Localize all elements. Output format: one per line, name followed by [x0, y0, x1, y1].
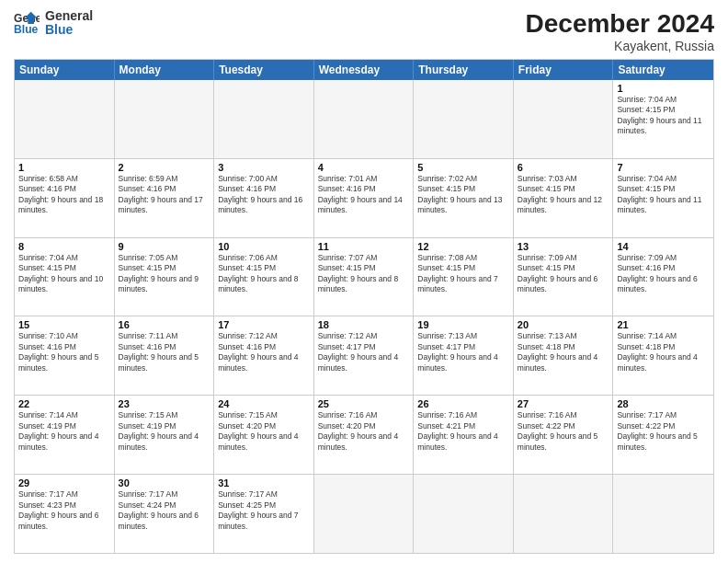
calendar-cell: 10 Sunrise: 7:06 AMSunset: 4:15 PMDaylig…	[214, 238, 314, 316]
page: General Blue General Blue December 2024 …	[0, 0, 728, 563]
day-number: 1	[18, 162, 110, 173]
day-number: 26	[417, 398, 509, 409]
calendar-cell: 2 Sunrise: 6:59 AMSunset: 4:16 PMDayligh…	[115, 159, 215, 237]
header-monday: Monday	[115, 60, 215, 80]
calendar-cell: 7 Sunrise: 7:04 AMSunset: 4:15 PMDayligh…	[613, 159, 713, 237]
cell-details: Sunrise: 7:10 AMSunset: 4:16 PMDaylight:…	[18, 331, 98, 372]
day-number: 16	[119, 319, 210, 330]
header-wednesday: Wednesday	[314, 60, 415, 80]
calendar-cell: 25 Sunrise: 7:16 AMSunset: 4:20 PMDaylig…	[314, 396, 415, 474]
cell-details: Sunrise: 7:00 AMSunset: 4:16 PMDaylight:…	[218, 174, 302, 214]
title-block: December 2024 Kayakent, Russia	[526, 9, 714, 53]
header-thursday: Thursday	[414, 60, 514, 80]
cell-details: Sunrise: 7:15 AMSunset: 4:19 PMDaylight:…	[119, 410, 199, 451]
day-number: 2	[119, 162, 210, 173]
day-number: 8	[18, 241, 110, 252]
day-number: 30	[119, 477, 210, 488]
cell-details: Sunrise: 7:16 AMSunset: 4:20 PMDaylight:…	[318, 410, 398, 451]
day-number: 14	[617, 241, 710, 252]
calendar-week-2: 8 Sunrise: 7:04 AMSunset: 4:15 PMDayligh…	[15, 237, 713, 316]
cell-details: Sunrise: 6:58 AMSunset: 4:16 PMDaylight:…	[18, 174, 103, 214]
cell-details: Sunrise: 7:02 AMSunset: 4:15 PMDaylight:…	[417, 174, 502, 214]
cell-details: Sunrise: 7:12 AMSunset: 4:17 PMDaylight:…	[318, 331, 398, 372]
cell-details: Sunrise: 7:17 AMSunset: 4:23 PMDaylight:…	[18, 489, 98, 530]
cell-details: Sunrise: 7:17 AMSunset: 4:25 PMDaylight:…	[218, 489, 298, 530]
cell-details: Sunrise: 7:06 AMSunset: 4:15 PMDaylight:…	[218, 253, 298, 293]
day-number: 13	[518, 241, 609, 252]
header-tuesday: Tuesday	[214, 60, 314, 80]
day-number: 25	[318, 398, 410, 409]
calendar-cell	[115, 80, 215, 158]
day-number: 5	[417, 162, 509, 173]
day-number: 27	[518, 398, 609, 409]
cell-details: Sunrise: 7:03 AMSunset: 4:15 PMDaylight:…	[518, 174, 602, 214]
day-number: 20	[518, 319, 609, 330]
day-number: 10	[218, 241, 310, 252]
day-number: 15	[18, 319, 110, 330]
cell-details: Sunrise: 7:09 AMSunset: 4:16 PMDaylight:…	[617, 253, 697, 293]
calendar-cell: 13 Sunrise: 7:09 AMSunset: 4:15 PMDaylig…	[514, 238, 614, 316]
header-saturday: Saturday	[613, 60, 713, 80]
logo: General Blue General Blue	[14, 9, 93, 38]
calendar-cell	[414, 80, 514, 158]
calendar-cell	[514, 475, 614, 553]
calendar-cell: 30 Sunrise: 7:17 AMSunset: 4:24 PMDaylig…	[115, 475, 215, 553]
cell-details: Sunrise: 7:15 AMSunset: 4:20 PMDaylight:…	[218, 410, 298, 451]
day-number: 28	[617, 398, 710, 409]
calendar-cell	[414, 475, 514, 553]
header-friday: Friday	[514, 60, 614, 80]
logo-icon: General Blue	[14, 10, 40, 36]
calendar-cell	[214, 80, 314, 158]
month-title: December 2024	[526, 9, 714, 39]
cell-details: Sunrise: 7:17 AMSunset: 4:22 PMDaylight:…	[617, 410, 697, 451]
calendar-cell: 1 Sunrise: 6:58 AMSunset: 4:16 PMDayligh…	[15, 159, 115, 237]
location-title: Kayakent, Russia	[526, 39, 714, 53]
calendar-cell	[514, 80, 614, 158]
calendar-cell	[15, 80, 115, 158]
day-number: 9	[119, 241, 210, 252]
day-number: 3	[218, 162, 310, 173]
cell-details: Sunrise: 7:07 AMSunset: 4:15 PMDaylight:…	[318, 253, 398, 293]
cell-details: Sunrise: 7:12 AMSunset: 4:16 PMDaylight:…	[218, 331, 298, 372]
calendar-body: 1 Sunrise: 7:04 AMSunset: 4:15 PMDayligh…	[15, 80, 713, 553]
day-number: 21	[617, 319, 710, 330]
calendar-cell: 21 Sunrise: 7:14 AMSunset: 4:18 PMDaylig…	[613, 316, 713, 395]
logo-text-blue: Blue	[45, 23, 93, 37]
cell-details: Sunrise: 7:16 AMSunset: 4:21 PMDaylight:…	[417, 410, 497, 451]
calendar-week-3: 15 Sunrise: 7:10 AMSunset: 4:16 PMDaylig…	[15, 316, 713, 395]
calendar-cell: 16 Sunrise: 7:11 AMSunset: 4:16 PMDaylig…	[115, 316, 215, 395]
calendar-cell	[314, 80, 415, 158]
calendar-cell: 17 Sunrise: 7:12 AMSunset: 4:16 PMDaylig…	[214, 316, 314, 395]
day-number: 29	[18, 477, 110, 488]
calendar-cell: 11 Sunrise: 7:07 AMSunset: 4:15 PMDaylig…	[314, 238, 415, 316]
calendar-cell: 22 Sunrise: 7:14 AMSunset: 4:19 PMDaylig…	[15, 396, 115, 474]
calendar-cell: 19 Sunrise: 7:13 AMSunset: 4:17 PMDaylig…	[414, 316, 514, 395]
calendar-cell: 5 Sunrise: 7:02 AMSunset: 4:15 PMDayligh…	[414, 159, 514, 237]
cell-details: Sunrise: 7:17 AMSunset: 4:24 PMDaylight:…	[119, 489, 199, 530]
cell-details: Sunrise: 7:09 AMSunset: 4:15 PMDaylight:…	[518, 253, 597, 293]
header: General Blue General Blue December 2024 …	[14, 9, 714, 53]
cell-details: Sunrise: 7:16 AMSunset: 4:22 PMDaylight:…	[518, 410, 597, 451]
calendar-header: Sunday Monday Tuesday Wednesday Thursday…	[15, 60, 713, 80]
calendar-week-1: 1 Sunrise: 6:58 AMSunset: 4:16 PMDayligh…	[15, 158, 713, 237]
calendar-cell: 28 Sunrise: 7:17 AMSunset: 4:22 PMDaylig…	[613, 396, 713, 474]
calendar: Sunday Monday Tuesday Wednesday Thursday…	[14, 59, 714, 554]
cell-details: Sunrise: 6:59 AMSunset: 4:16 PMDaylight:…	[119, 174, 203, 214]
calendar-cell: 15 Sunrise: 7:10 AMSunset: 4:16 PMDaylig…	[15, 316, 115, 395]
calendar-cell: 23 Sunrise: 7:15 AMSunset: 4:19 PMDaylig…	[115, 396, 215, 474]
cell-details: Sunrise: 7:04 AMSunset: 4:15 PMDaylight:…	[617, 95, 701, 135]
calendar-cell: 1 Sunrise: 7:04 AMSunset: 4:15 PMDayligh…	[613, 80, 713, 158]
day-number: 6	[518, 162, 609, 173]
calendar-cell: 6 Sunrise: 7:03 AMSunset: 4:15 PMDayligh…	[514, 159, 614, 237]
svg-text:Blue: Blue	[14, 24, 39, 37]
cell-details: Sunrise: 7:04 AMSunset: 4:15 PMDaylight:…	[18, 253, 103, 293]
calendar-cell: 12 Sunrise: 7:08 AMSunset: 4:15 PMDaylig…	[414, 238, 514, 316]
day-number: 18	[318, 319, 410, 330]
cell-details: Sunrise: 7:13 AMSunset: 4:17 PMDaylight:…	[417, 331, 497, 372]
day-number: 24	[218, 398, 310, 409]
calendar-cell: 20 Sunrise: 7:13 AMSunset: 4:18 PMDaylig…	[514, 316, 614, 395]
day-number: 12	[417, 241, 509, 252]
calendar-cell: 24 Sunrise: 7:15 AMSunset: 4:20 PMDaylig…	[214, 396, 314, 474]
calendar-cell: 3 Sunrise: 7:00 AMSunset: 4:16 PMDayligh…	[214, 159, 314, 237]
day-number: 19	[417, 319, 509, 330]
